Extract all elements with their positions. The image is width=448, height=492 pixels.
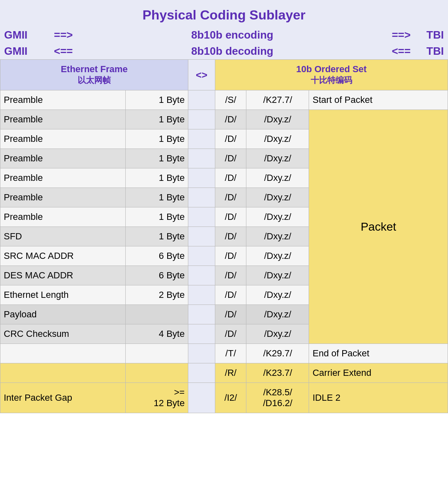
table-row: Preamble1 Byte/S//K27.7/Start of Packet	[0, 90, 448, 110]
gmii-arrow2-2: <==	[377, 45, 411, 58]
cell-name: Payload	[0, 305, 126, 324]
cell-arrow	[188, 285, 215, 305]
table-row: Preamble1 Byte/D//Dxy.z/Packet	[0, 110, 448, 129]
cell-arrow	[188, 266, 215, 285]
cell-code1: /I2/	[215, 383, 246, 413]
cell-arrow	[188, 344, 215, 363]
cell-size: 1 Byte	[126, 168, 188, 188]
cell-name: SFD	[0, 227, 126, 246]
cell-code2: /K29.7/	[246, 344, 309, 363]
cell-name: Preamble	[0, 207, 126, 227]
cell-code2: /Dxy.z/	[246, 110, 309, 129]
gmii-arrow-1: ==>	[54, 29, 87, 41]
cell-name: Preamble	[0, 90, 126, 110]
cell-code2: /Dxy.z/	[246, 149, 309, 168]
cell-arrow	[188, 324, 215, 344]
cell-arrow	[188, 168, 215, 188]
gmii-encoding-1: 8b10b encoding	[87, 29, 377, 41]
cell-size: 1 Byte	[126, 149, 188, 168]
cell-code1: /D/	[215, 285, 246, 305]
cell-name	[0, 363, 126, 383]
gmii-label-1: GMII	[4, 29, 54, 41]
gmii-row-2: GMII <== 8b10b decoding <== TBI	[4, 43, 444, 59]
cell-label: IDLE 2	[309, 383, 448, 413]
cell-size: 1 Byte	[126, 110, 188, 129]
cell-name: Preamble	[0, 168, 126, 188]
cell-name: Ethernet Length	[0, 285, 126, 305]
cell-size: >=12 Byte	[126, 383, 188, 413]
cell-code1: /T/	[215, 344, 246, 363]
gmii-tbi-2: TBI	[411, 45, 444, 58]
gmii-row-1: GMII ==> 8b10b encoding ==> TBI	[4, 27, 444, 43]
cell-arrow	[188, 227, 215, 246]
cell-code2: /Dxy.z/	[246, 129, 309, 149]
cell-packet-label: Packet	[309, 110, 448, 344]
cell-code2: /Dxy.z/	[246, 227, 309, 246]
cell-arrow	[188, 129, 215, 149]
cell-code1: /D/	[215, 305, 246, 324]
cell-name: CRC Checksum	[0, 324, 126, 344]
cell-code2: /Dxy.z/	[246, 188, 309, 207]
cell-size	[126, 363, 188, 383]
gmii-section: GMII ==> 8b10b encoding ==> TBI GMII <==…	[0, 27, 448, 59]
cell-code2: /Dxy.z/	[246, 266, 309, 285]
cell-name: DES MAC ADDR	[0, 266, 126, 285]
table-row: /R//K23.7/Carrier Extend	[0, 363, 448, 383]
cell-code1: /S/	[215, 90, 246, 110]
cell-arrow	[188, 383, 215, 413]
cell-arrow	[188, 149, 215, 168]
cell-arrow	[188, 110, 215, 129]
cell-name: Preamble	[0, 129, 126, 149]
cell-label: Carrier Extend	[309, 363, 448, 383]
table-row: Inter Packet Gap>=12 Byte/I2//K28.5//D16…	[0, 383, 448, 413]
th-ordered-set: 10b Ordered Set 十比特编码	[215, 60, 448, 90]
cell-code2: /K27.7/	[246, 90, 309, 110]
cell-size: 1 Byte	[126, 90, 188, 110]
gmii-label-2: GMII	[4, 45, 54, 58]
cell-code1: /R/	[215, 363, 246, 383]
gmii-tbi-1: TBI	[411, 29, 444, 41]
cell-arrow	[188, 188, 215, 207]
cell-code2: /Dxy.z/	[246, 207, 309, 227]
cell-code2: /K23.7/	[246, 363, 309, 383]
cell-code1: /D/	[215, 188, 246, 207]
cell-arrow	[188, 90, 215, 110]
cell-code1: /D/	[215, 266, 246, 285]
cell-name: Preamble	[0, 110, 126, 129]
cell-size: 1 Byte	[126, 207, 188, 227]
th-ethernet-frame: Ethernet Frame 以太网帧	[0, 60, 188, 90]
main-table: Ethernet Frame 以太网帧 <> 10b Ordered Set 十…	[0, 59, 448, 413]
cell-size: 6 Byte	[126, 266, 188, 285]
main-table-wrap: Ethernet Frame 以太网帧 <> 10b Ordered Set 十…	[0, 59, 448, 413]
cell-name: SRC MAC ADDR	[0, 246, 126, 266]
cell-code1: /D/	[215, 227, 246, 246]
cell-size: 2 Byte	[126, 285, 188, 305]
cell-size: 4 Byte	[126, 324, 188, 344]
gmii-arrow2-1: ==>	[377, 29, 411, 41]
page-title: Physical Coding Sublayer	[0, 0, 448, 27]
cell-label: End of Packet	[309, 344, 448, 363]
cell-code2: /Dxy.z/	[246, 246, 309, 266]
cell-code2: /Dxy.z/	[246, 324, 309, 344]
page-container: Physical Coding Sublayer GMII ==> 8b10b …	[0, 0, 448, 413]
cell-code1: /D/	[215, 246, 246, 266]
cell-name	[0, 344, 126, 363]
cell-code1: /D/	[215, 149, 246, 168]
cell-size: 1 Byte	[126, 129, 188, 149]
gmii-encoding-2: 8b10b decoding	[87, 45, 377, 58]
cell-size	[126, 344, 188, 363]
cell-name: Preamble	[0, 188, 126, 207]
cell-code1: /D/	[215, 110, 246, 129]
cell-size	[126, 305, 188, 324]
cell-code1: /D/	[215, 324, 246, 344]
table-row: /T//K29.7/End of Packet	[0, 344, 448, 363]
cell-code2: /Dxy.z/	[246, 285, 309, 305]
cell-code2: /Dxy.z/	[246, 168, 309, 188]
cell-code1: /D/	[215, 168, 246, 188]
cell-code1: /D/	[215, 207, 246, 227]
cell-code2: /K28.5//D16.2/	[246, 383, 309, 413]
cell-arrow	[188, 305, 215, 324]
gmii-arrow-2: <==	[54, 45, 87, 58]
cell-name: Preamble	[0, 149, 126, 168]
cell-arrow	[188, 207, 215, 227]
